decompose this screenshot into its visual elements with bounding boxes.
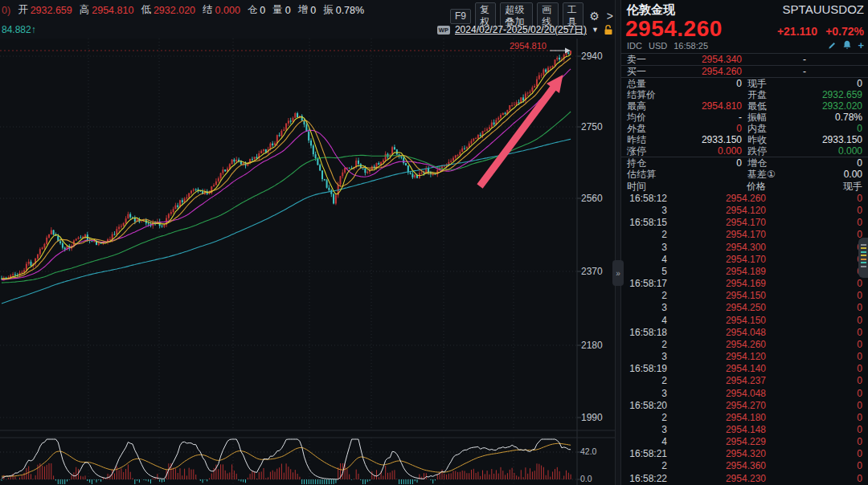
bid-label: 买一: [627, 66, 646, 77]
tape-price: 2954.180: [669, 412, 766, 424]
tape-row[interactable]: 16:58:222954.2300: [621, 473, 868, 485]
tape-header: 时间 价格 现手: [621, 180, 868, 192]
tape-row[interactable]: 16:58:202954.2700: [621, 400, 868, 412]
tape-price: 2954.260: [669, 193, 766, 205]
wp-badge-icon[interactable]: WP: [437, 26, 450, 35]
tape-row[interactable]: 22954.1800: [621, 412, 868, 424]
tape-time: 16:58:17: [627, 278, 667, 290]
ask-qty: -: [742, 54, 806, 65]
tape-row[interactable]: 16:58:152954.1700: [621, 217, 868, 229]
tape-price: 2954.300: [669, 242, 766, 254]
tape-row[interactable]: 22954.1500: [621, 290, 868, 302]
tape-row[interactable]: 42954.1500: [621, 315, 868, 327]
tape-qty: 0: [798, 424, 862, 436]
tape-qty: 0: [798, 436, 862, 448]
tape-row[interactable]: 22954.2370: [621, 375, 868, 387]
field-label: 外盘: [627, 123, 646, 134]
tape-row[interactable]: 42954.2290: [621, 436, 868, 448]
ask-label: 卖一: [627, 54, 646, 65]
tape-row[interactable]: 22954.1700: [621, 229, 868, 241]
field-value: 0.78%: [782, 112, 862, 123]
tape-qty: 0: [798, 315, 862, 327]
tape-row[interactable]: 22954.2600: [621, 339, 868, 351]
field-label: 振幅: [747, 112, 767, 123]
trading-terminal-window: { "top_bar": { "left_clipped": "0)", "st…: [0, 0, 868, 485]
tape-time: 16:58:22: [627, 473, 667, 485]
tape-row[interactable]: 22954.3600: [621, 460, 868, 472]
tape-qty: 0: [798, 302, 862, 314]
tape-row[interactable]: 16:58:212954.3200: [621, 448, 868, 460]
tape-row[interactable]: 32954.1200: [621, 205, 868, 217]
chart-canvas: [0, 39, 615, 485]
tape-qty: 0: [798, 400, 862, 412]
edit-pencil-icon[interactable]: [828, 41, 837, 50]
stat-低: 低2932.020: [141, 3, 195, 17]
tape-row[interactable]: 52954.1890: [621, 266, 868, 278]
tape-qty: 0: [798, 193, 862, 205]
tape-row[interactable]: 16:58:192954.1400: [621, 363, 868, 375]
y-axis-label: 2370: [581, 266, 603, 277]
tape-time: 3: [627, 424, 667, 436]
mini-gauge-widget[interactable]: [858, 238, 868, 278]
change-value: +21.110: [777, 25, 817, 38]
tape-qty: 0: [798, 460, 862, 472]
tape-qty: 0: [798, 388, 862, 400]
tape-row[interactable]: 16:58:172954.1690: [621, 278, 868, 290]
sub-axis-label: 0.0: [580, 474, 592, 483]
chevron-right-icon[interactable]: >: [605, 10, 615, 22]
ohlc-stats-row: 0) 开2932.659高2954.810低2932.020结0.000仓0量0…: [2, 3, 364, 17]
tape-row[interactable]: 32954.2500: [621, 302, 868, 314]
stat-高: 高2954.810: [80, 3, 134, 17]
tape-price: 2954.150: [669, 315, 766, 327]
chevron-down-icon[interactable]: ▼: [592, 26, 599, 34]
tape-price: 2954.170: [669, 254, 766, 266]
field-value: 0: [661, 78, 742, 89]
field-value: 0: [782, 123, 862, 134]
tape-row[interactable]: 32954.3000: [621, 242, 868, 254]
tape-row[interactable]: 16:58:182954.0480: [621, 327, 868, 339]
tape-row[interactable]: 32954.1200: [621, 351, 868, 363]
quote-field-row: 昨结2933.150昨收2933.150: [621, 134, 868, 145]
tape-price: 2954.230: [669, 473, 766, 485]
tape-row[interactable]: 16:58:122954.2600: [621, 193, 868, 205]
field-label: 均价: [627, 112, 646, 123]
stat-增: 增0: [298, 3, 316, 17]
toolbar-button-F9[interactable]: F9: [450, 9, 471, 24]
field-label: 开盘: [747, 89, 767, 100]
sub-histogram: [2, 463, 571, 484]
tape-row[interactable]: 32954.0480: [621, 388, 868, 400]
date-range-link[interactable]: 2024/02/27-2025/02/20(257日): [455, 23, 587, 37]
tape-price: 2954.048: [669, 327, 766, 339]
ask-row[interactable]: 卖一2954.340-: [621, 54, 868, 66]
sub-axis-label: 42.0: [580, 446, 596, 456]
bid-row[interactable]: 买一2954.260-: [621, 66, 868, 78]
tape-price: 2954.048: [669, 388, 766, 400]
collapse-panel-handle[interactable]: »: [612, 260, 624, 286]
tape-time: 2: [627, 460, 667, 472]
add-alert-icon[interactable]: +: [858, 41, 864, 50]
tape-row[interactable]: 42954.1700: [621, 254, 868, 266]
tape-price: 2954.170: [669, 229, 766, 241]
field-value: 2933.150: [661, 134, 742, 145]
stat-value: 2932.659: [31, 5, 72, 16]
bell-icon[interactable]: [842, 40, 852, 50]
currency-code: USD: [649, 41, 667, 51]
tape-row[interactable]: 32954.1480: [621, 424, 868, 436]
field-label: 总量: [627, 78, 646, 89]
bid-qty: -: [742, 66, 806, 77]
tape-price: 2954.169: [669, 278, 766, 290]
gauge-stripe: [861, 259, 866, 260]
tape-time: 2: [627, 412, 667, 424]
tape-time: 16:58:18: [627, 327, 667, 339]
candlestick-chart[interactable]: 2954.810 29402750256023702180199042.00.0: [0, 39, 615, 485]
quote-panel: 伦敦金现 SPTAUUSDOZ 2954.260 +21.110 +0.72% …: [621, 0, 868, 485]
field-label: 持仓: [627, 157, 646, 169]
stat-value: 0.78%: [336, 5, 364, 16]
unlock-icon[interactable]: [604, 24, 613, 35]
panel-divider: [615, 0, 621, 485]
gear-icon[interactable]: ⚙: [588, 10, 601, 22]
field-value: -: [661, 112, 742, 123]
field-value: 0: [661, 157, 742, 169]
high-price-annotation: 2954.810: [510, 41, 547, 51]
gauge-stripe: [861, 244, 866, 246]
